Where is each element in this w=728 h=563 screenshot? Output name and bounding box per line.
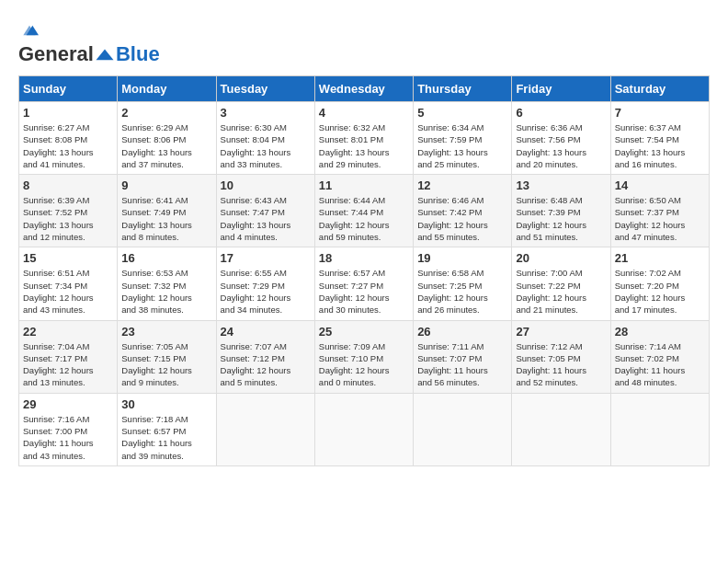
day-number: 8 [23,178,113,192]
day-info: Sunrise: 6:43 AMSunset: 7:47 PMDaylight:… [221,194,311,243]
day-number: 19 [417,251,507,265]
day-info: Sunrise: 6:58 AMSunset: 7:25 PMDaylight:… [417,267,507,316]
logo: GeneralBlue [18,18,160,66]
calendar-cell: 8 Sunrise: 6:39 AMSunset: 7:52 PMDayligh… [19,175,118,247]
day-number: 18 [319,251,409,265]
day-info: Sunrise: 7:00 AMSunset: 7:22 PMDaylight:… [516,267,606,316]
day-info: Sunrise: 6:41 AMSunset: 7:49 PMDaylight:… [121,194,211,243]
calendar-week-row: 22 Sunrise: 7:04 AMSunset: 7:17 PMDaylig… [19,320,710,393]
calendar-cell: 4 Sunrise: 6:32 AMSunset: 8:01 PMDayligh… [314,102,413,175]
calendar-week-row: 15 Sunrise: 6:51 AMSunset: 7:34 PMDaylig… [19,247,710,320]
column-header-tuesday: Tuesday [216,76,314,102]
calendar-cell: 25 Sunrise: 7:09 AMSunset: 7:10 PMDaylig… [314,320,413,393]
page-header: GeneralBlue [18,18,710,66]
logo-bird-icon [95,45,115,65]
calendar-week-row: 8 Sunrise: 6:39 AMSunset: 7:52 PMDayligh… [19,175,710,247]
calendar-cell: 26 Sunrise: 7:11 AMSunset: 7:07 PMDaylig… [414,320,512,393]
day-info: Sunrise: 6:50 AMSunset: 7:37 PMDaylight:… [615,194,705,243]
day-number: 1 [23,106,113,120]
calendar-cell: 20 Sunrise: 7:00 AMSunset: 7:22 PMDaylig… [512,247,610,320]
column-header-monday: Monday [118,76,216,102]
day-number: 6 [516,106,606,120]
day-number: 25 [319,325,409,339]
calendar-cell: 27 Sunrise: 7:12 AMSunset: 7:05 PMDaylig… [512,320,610,393]
calendar-cell: 14 Sunrise: 6:50 AMSunset: 7:37 PMDaylig… [610,175,709,247]
day-info: Sunrise: 6:27 AMSunset: 8:08 PMDaylight:… [23,121,113,170]
day-number: 26 [417,325,507,339]
day-info: Sunrise: 6:30 AMSunset: 8:04 PMDaylight:… [221,121,311,170]
day-number: 10 [221,178,311,192]
day-info: Sunrise: 6:44 AMSunset: 7:44 PMDaylight:… [319,194,409,243]
calendar-cell: 2 Sunrise: 6:29 AMSunset: 8:06 PMDayligh… [118,102,216,175]
day-info: Sunrise: 7:02 AMSunset: 7:20 PMDaylight:… [615,267,705,316]
day-info: Sunrise: 6:34 AMSunset: 7:59 PMDaylight:… [417,121,507,170]
day-info: Sunrise: 6:32 AMSunset: 8:01 PMDaylight:… [319,121,409,170]
day-number: 2 [121,106,211,120]
day-number: 5 [417,106,507,120]
column-header-saturday: Saturday [610,76,709,102]
day-number: 12 [417,178,507,192]
day-info: Sunrise: 7:07 AMSunset: 7:12 PMDaylight:… [221,340,311,389]
day-number: 28 [615,325,705,339]
day-info: Sunrise: 6:37 AMSunset: 7:54 PMDaylight:… [615,121,705,170]
calendar-cell: 5 Sunrise: 6:34 AMSunset: 7:59 PMDayligh… [414,102,512,175]
day-number: 11 [319,178,409,192]
calendar-table: SundayMondayTuesdayWednesdayThursdayFrid… [18,75,710,466]
day-number: 14 [615,178,705,192]
day-number: 15 [23,251,113,265]
calendar-cell [314,393,413,465]
day-info: Sunrise: 6:51 AMSunset: 7:34 PMDaylight:… [23,267,113,316]
calendar-cell: 24 Sunrise: 7:07 AMSunset: 7:12 PMDaylig… [216,320,314,393]
calendar-cell: 12 Sunrise: 6:46 AMSunset: 7:42 PMDaylig… [414,175,512,247]
calendar-cell: 13 Sunrise: 6:48 AMSunset: 7:39 PMDaylig… [512,175,610,247]
day-number: 22 [23,325,113,339]
calendar-cell: 7 Sunrise: 6:37 AMSunset: 7:54 PMDayligh… [610,102,709,175]
column-header-wednesday: Wednesday [314,76,413,102]
day-number: 21 [615,251,705,265]
day-number: 9 [121,178,211,192]
column-header-friday: Friday [512,76,610,102]
day-number: 24 [221,325,311,339]
day-info: Sunrise: 7:14 AMSunset: 7:02 PMDaylight:… [615,340,705,389]
calendar-cell: 6 Sunrise: 6:36 AMSunset: 7:56 PMDayligh… [512,102,610,175]
day-number: 3 [221,106,311,120]
calendar-cell: 28 Sunrise: 7:14 AMSunset: 7:02 PMDaylig… [610,320,709,393]
svg-marker-2 [96,50,113,61]
calendar-cell [610,393,709,465]
calendar-cell: 11 Sunrise: 6:44 AMSunset: 7:44 PMDaylig… [314,175,413,247]
day-info: Sunrise: 6:36 AMSunset: 7:56 PMDaylight:… [516,121,606,170]
day-info: Sunrise: 6:46 AMSunset: 7:42 PMDaylight:… [417,194,507,243]
day-info: Sunrise: 6:57 AMSunset: 7:27 PMDaylight:… [319,267,409,316]
day-number: 27 [516,325,606,339]
day-number: 29 [23,397,113,411]
calendar-cell: 1 Sunrise: 6:27 AMSunset: 8:08 PMDayligh… [19,102,118,175]
calendar-cell: 17 Sunrise: 6:55 AMSunset: 7:29 PMDaylig… [216,247,314,320]
calendar-cell: 10 Sunrise: 6:43 AMSunset: 7:47 PMDaylig… [216,175,314,247]
calendar-cell: 29 Sunrise: 7:16 AMSunset: 7:00 PMDaylig… [19,393,118,465]
calendar-cell: 9 Sunrise: 6:41 AMSunset: 7:49 PMDayligh… [118,175,216,247]
calendar-cell: 15 Sunrise: 6:51 AMSunset: 7:34 PMDaylig… [19,247,118,320]
calendar-header-row: SundayMondayTuesdayWednesdayThursdayFrid… [19,76,710,102]
day-info: Sunrise: 7:04 AMSunset: 7:17 PMDaylight:… [23,340,113,389]
day-info: Sunrise: 7:18 AMSunset: 6:57 PMDaylight:… [121,413,211,462]
day-number: 7 [615,106,705,120]
day-number: 13 [516,178,606,192]
day-info: Sunrise: 7:09 AMSunset: 7:10 PMDaylight:… [319,340,409,389]
calendar-cell: 3 Sunrise: 6:30 AMSunset: 8:04 PMDayligh… [216,102,314,175]
calendar-cell: 21 Sunrise: 7:02 AMSunset: 7:20 PMDaylig… [610,247,709,320]
column-header-sunday: Sunday [19,76,118,102]
logo-text-blue: Blue [116,42,160,65]
day-number: 23 [121,325,211,339]
day-info: Sunrise: 6:55 AMSunset: 7:29 PMDaylight:… [221,267,311,316]
calendar-body: 1 Sunrise: 6:27 AMSunset: 8:08 PMDayligh… [19,102,710,466]
calendar-cell [512,393,610,465]
calendar-cell: 23 Sunrise: 7:05 AMSunset: 7:15 PMDaylig… [118,320,216,393]
calendar-cell [414,393,512,465]
logo-icon [20,21,39,40]
day-info: Sunrise: 6:53 AMSunset: 7:32 PMDaylight:… [121,267,211,316]
day-number: 16 [121,251,211,265]
day-info: Sunrise: 7:16 AMSunset: 7:00 PMDaylight:… [23,413,113,462]
day-info: Sunrise: 7:12 AMSunset: 7:05 PMDaylight:… [516,340,606,389]
calendar-cell: 18 Sunrise: 6:57 AMSunset: 7:27 PMDaylig… [314,247,413,320]
day-info: Sunrise: 7:11 AMSunset: 7:07 PMDaylight:… [417,340,507,389]
